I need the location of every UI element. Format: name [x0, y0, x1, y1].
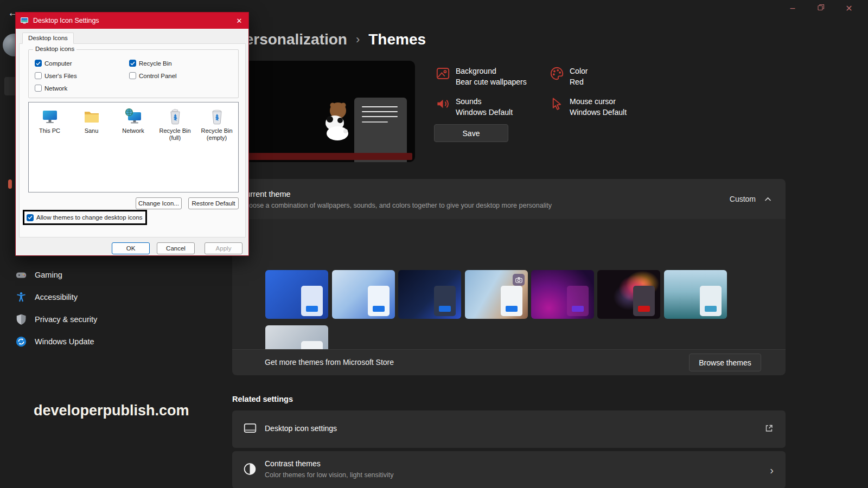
- icon-item-label: Recycle Bin (full): [154, 127, 196, 142]
- contrast-themes-label: Contrast themes: [265, 459, 321, 468]
- theme-thumbnail-4[interactable]: [465, 270, 528, 319]
- checkbox-label: User's Files: [44, 73, 77, 79]
- close-window-button[interactable]: ✕: [843, 3, 855, 14]
- dialog-title: Desktop Icon Settings: [33, 17, 99, 24]
- restore-default-button[interactable]: Restore Default: [188, 197, 239, 209]
- theme-thumbnail-7[interactable]: [664, 270, 727, 319]
- selected-nav-indicator: [8, 179, 12, 189]
- icon-item-sanu[interactable]: Sanu: [71, 107, 112, 134]
- breadcrumb-personalization[interactable]: Personalization: [235, 31, 347, 48]
- bears-wallpaper: [312, 99, 361, 145]
- desktop-icon-settings-row[interactable]: Desktop icon settings: [232, 410, 786, 448]
- sidebar-item-privacy-security[interactable]: Privacy & security: [0, 308, 228, 330]
- current-theme-header[interactable]: Current theme Choose a combination of wa…: [232, 179, 786, 219]
- theme-selector[interactable]: Custom: [730, 179, 771, 219]
- restore-button[interactable]: [815, 3, 827, 14]
- checkbox-box[interactable]: [129, 72, 136, 79]
- network-icon: [124, 107, 143, 126]
- breadcrumb-separator: ›: [356, 33, 360, 47]
- checkbox-box[interactable]: [27, 214, 34, 221]
- checkbox-box[interactable]: [35, 85, 42, 92]
- current-theme-card: Current theme Choose a combination of wa…: [232, 179, 786, 375]
- checkbox-computer[interactable]: Computer: [35, 60, 72, 67]
- icon-item-network[interactable]: Network: [112, 107, 154, 134]
- sounds-value: Windows Default: [456, 108, 513, 117]
- dialog-close-button[interactable]: ✕: [230, 12, 248, 29]
- icon-item-this-pc[interactable]: This PC: [29, 107, 71, 134]
- contrast-themes-row[interactable]: Contrast themes Color themes for low vis…: [232, 451, 786, 488]
- recycle-bin-empty-icon: [208, 107, 226, 126]
- desktop-icon-settings-dialog: Desktop Icon Settings ✕ Desktop Icons De…: [15, 12, 249, 256]
- mouse-cursor-value: Windows Default: [570, 108, 627, 117]
- this-pc-icon: [41, 107, 59, 126]
- sounds-label: Sounds: [456, 97, 481, 106]
- store-row: Get more themes from Microsoft Store Bro…: [232, 349, 786, 375]
- checkbox-users-files[interactable]: User's Files: [35, 72, 77, 79]
- theme-thumbnail-5[interactable]: [531, 270, 594, 319]
- theme-thumbnail-3[interactable]: [398, 270, 461, 319]
- checkbox-label: Control Panel: [139, 73, 177, 79]
- sidebar-item-label: Accessibility: [35, 293, 78, 301]
- sidebar-item-accessibility[interactable]: Accessibility: [0, 286, 228, 308]
- minimize-button[interactable]: –: [787, 3, 799, 14]
- icon-item-label: This PC: [39, 127, 60, 134]
- color-label: Color: [570, 67, 588, 75]
- checkbox-box[interactable]: [129, 60, 136, 67]
- apply-button: Apply: [205, 242, 242, 254]
- chevron-right-icon: ›: [770, 464, 774, 476]
- theme-selector-value: Custom: [730, 195, 756, 203]
- desktop-icons-group-label: Desktop icons: [33, 46, 76, 52]
- save-button[interactable]: Save: [434, 124, 508, 142]
- store-row-text: Get more themes from Microsoft Store: [265, 358, 394, 367]
- dialog-tab-page: Desktop icons Computer Recycle Bin User'…: [19, 43, 246, 237]
- watermark: developerpublish.com: [34, 402, 189, 419]
- checkbox-box[interactable]: [35, 60, 42, 67]
- background-value: Bear cute wallpapers: [456, 78, 527, 86]
- related-settings-header: Related settings: [232, 395, 293, 403]
- checkbox-box[interactable]: [35, 72, 42, 79]
- recycle-bin-full-icon: [166, 107, 184, 126]
- camera-badge-icon: [513, 274, 525, 286]
- dialog-app-icon: [20, 16, 29, 25]
- contrast-themes-sub: Color themes for low vision, light sensi…: [265, 471, 394, 479]
- contrast-icon: [243, 462, 257, 478]
- checkbox-network[interactable]: Network: [35, 85, 67, 92]
- checkbox-label: Recycle Bin: [139, 60, 172, 67]
- background-label: Background: [456, 67, 496, 75]
- color-value: Red: [570, 78, 584, 86]
- external-link-icon: [764, 423, 774, 435]
- theme-thumbnail-2[interactable]: [332, 270, 395, 319]
- icon-list[interactable]: This PC Sanu: [28, 102, 239, 192]
- sidebar-item-windows-update[interactable]: Windows Update: [0, 330, 228, 352]
- icon-item-label: Sanu: [85, 127, 99, 134]
- theme-preview: [241, 61, 415, 162]
- ok-button[interactable]: OK: [112, 242, 150, 254]
- current-theme-subtitle: Choose a combination of wallpapers, soun…: [240, 202, 552, 209]
- icon-item-recycle-bin-empty[interactable]: Recycle Bin (empty): [196, 107, 238, 142]
- change-icon-button[interactable]: Change Icon...: [136, 197, 182, 209]
- update-icon: [15, 336, 27, 348]
- tab-desktop-icons[interactable]: Desktop Icons: [22, 33, 74, 44]
- shield-icon: [15, 313, 27, 325]
- monitor-icon: [243, 421, 257, 438]
- window-controls: – ✕: [787, 3, 855, 14]
- screen: { "window": { "controls": { "minimize": …: [0, 0, 868, 488]
- desktop-icon-settings-label: Desktop icon settings: [265, 424, 337, 433]
- browse-themes-button[interactable]: Browse themes: [689, 354, 761, 371]
- cancel-button[interactable]: Cancel: [157, 242, 195, 254]
- theme-thumbnail-1[interactable]: [265, 270, 328, 319]
- icon-item-recycle-bin-full[interactable]: Recycle Bin (full): [154, 107, 196, 142]
- sidebar-item-label: Windows Update: [35, 337, 94, 346]
- background-icon: [436, 66, 450, 83]
- dialog-titlebar[interactable]: Desktop Icon Settings ✕: [16, 12, 248, 29]
- mouse-cursor-label: Mouse cursor: [570, 97, 616, 106]
- sidebar-item-gaming[interactable]: Gaming: [0, 264, 228, 286]
- icon-item-label: Recycle Bin (empty): [196, 127, 238, 142]
- folder-icon: [82, 107, 101, 126]
- allow-themes-checkbox-row[interactable]: Allow themes to change desktop icons: [23, 210, 147, 225]
- checkbox-control-panel[interactable]: Control Panel: [129, 72, 177, 79]
- color-icon: [550, 66, 564, 83]
- theme-thumbnail-6[interactable]: [597, 270, 660, 319]
- checkbox-recycle-bin[interactable]: Recycle Bin: [129, 60, 172, 67]
- accessibility-icon: [15, 291, 27, 303]
